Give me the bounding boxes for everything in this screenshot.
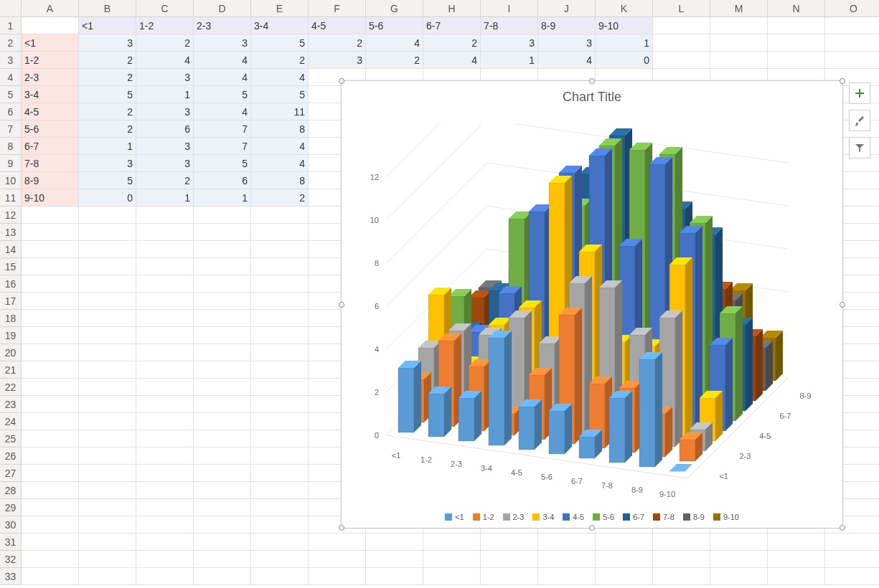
cell[interactable] — [825, 551, 879, 568]
cell[interactable] — [194, 430, 251, 447]
row-header[interactable]: 20 — [0, 344, 22, 361]
column-header[interactable]: D — [194, 0, 251, 17]
cell[interactable] — [79, 516, 136, 534]
column-header[interactable]: H — [423, 0, 481, 17]
cell[interactable] — [136, 207, 194, 224]
row-header[interactable]: 5 — [0, 86, 22, 103]
cell[interactable] — [22, 396, 79, 413]
cell[interactable] — [825, 534, 879, 551]
column-header[interactable]: C — [136, 0, 194, 17]
cell[interactable] — [366, 551, 423, 568]
cell[interactable] — [136, 499, 194, 516]
cell[interactable] — [79, 499, 136, 516]
cell[interactable] — [825, 34, 879, 52]
resize-handle[interactable] — [840, 525, 845, 531]
cell[interactable]: 2 — [79, 52, 136, 69]
cell[interactable] — [22, 516, 79, 534]
cell[interactable] — [825, 568, 879, 585]
cell[interactable] — [710, 52, 768, 69]
cell[interactable] — [251, 293, 309, 310]
cell[interactable]: 5-6 — [366, 17, 423, 34]
cell[interactable] — [251, 430, 309, 447]
row-header[interactable]: 13 — [0, 224, 22, 241]
legend-item[interactable]: 4-5 — [563, 513, 584, 521]
cell[interactable] — [194, 568, 251, 585]
cell[interactable]: 3 — [194, 34, 251, 52]
cell[interactable] — [596, 534, 653, 551]
cell[interactable] — [136, 447, 194, 465]
cell[interactable] — [653, 568, 710, 585]
cell[interactable]: 4-5 — [309, 17, 366, 34]
row-header[interactable]: 33 — [0, 568, 22, 585]
cell[interactable] — [22, 293, 79, 310]
cell[interactable]: 6-7 — [22, 138, 79, 155]
row-header[interactable]: 2 — [0, 34, 22, 52]
chart-title[interactable]: Chart Title — [342, 90, 842, 105]
legend-item[interactable]: 6-7 — [623, 513, 644, 521]
column-header[interactable]: L — [653, 0, 710, 17]
chart-elements-button[interactable] — [849, 82, 870, 104]
cell[interactable]: 4 — [366, 34, 423, 52]
cell[interactable]: 4-5 — [22, 103, 79, 120]
cell[interactable]: 7-8 — [481, 17, 538, 34]
cell[interactable] — [22, 499, 79, 516]
cell[interactable]: 5 — [79, 86, 136, 103]
cell[interactable] — [79, 430, 136, 447]
cell[interactable] — [22, 258, 79, 275]
cell[interactable] — [710, 551, 768, 568]
cell[interactable] — [710, 34, 768, 52]
cell[interactable] — [251, 361, 309, 379]
cell[interactable]: 1 — [481, 52, 538, 69]
cell[interactable]: 2 — [251, 52, 309, 69]
cell[interactable] — [79, 396, 136, 413]
legend-item[interactable]: 8-9 — [683, 513, 705, 521]
cell[interactable]: 3 — [79, 155, 136, 172]
cell[interactable] — [194, 241, 251, 258]
row-header[interactable]: 11 — [0, 189, 22, 207]
cell[interactable]: 2 — [79, 120, 136, 138]
cell[interactable]: 4 — [136, 52, 194, 69]
cell[interactable] — [79, 361, 136, 379]
cell[interactable]: 6-7 — [423, 17, 481, 34]
cell[interactable] — [251, 396, 309, 413]
column-header[interactable]: N — [768, 0, 825, 17]
row-header[interactable]: 14 — [0, 241, 22, 258]
cell[interactable]: 1 — [79, 138, 136, 155]
cell[interactable] — [136, 293, 194, 310]
cell[interactable]: 4 — [251, 155, 309, 172]
cell[interactable] — [481, 551, 538, 568]
cell[interactable] — [194, 344, 251, 361]
cell[interactable] — [194, 413, 251, 430]
cell[interactable]: 3 — [309, 52, 366, 69]
cell[interactable] — [136, 224, 194, 241]
cell[interactable] — [768, 551, 825, 568]
cell[interactable] — [710, 17, 768, 34]
cell[interactable] — [79, 224, 136, 241]
row-header[interactable]: 1 — [0, 17, 22, 34]
cell[interactable] — [251, 327, 309, 344]
row-header[interactable]: 12 — [0, 207, 22, 224]
cell[interactable] — [136, 275, 194, 293]
cell[interactable]: 2 — [366, 52, 423, 69]
cell[interactable] — [194, 482, 251, 499]
row-header[interactable]: 6 — [0, 103, 22, 120]
legend-item[interactable]: 1-2 — [473, 513, 494, 521]
cell[interactable] — [423, 568, 481, 585]
chart-styles-button[interactable] — [849, 110, 870, 131]
cell[interactable] — [194, 207, 251, 224]
cell[interactable]: 7 — [194, 138, 251, 155]
cell[interactable] — [596, 551, 653, 568]
legend-item[interactable]: 9-10 — [713, 513, 739, 521]
cell[interactable] — [79, 413, 136, 430]
cell[interactable]: 2 — [423, 34, 481, 52]
cell[interactable] — [194, 275, 251, 293]
cell[interactable] — [22, 379, 79, 396]
cell[interactable]: 6 — [136, 120, 194, 138]
row-header[interactable]: 29 — [0, 499, 22, 516]
cell[interactable]: 9-10 — [22, 189, 79, 207]
cell[interactable] — [194, 534, 251, 551]
cell[interactable] — [710, 534, 768, 551]
cell[interactable] — [79, 447, 136, 465]
cell[interactable] — [79, 258, 136, 275]
column-header[interactable]: J — [538, 0, 596, 17]
